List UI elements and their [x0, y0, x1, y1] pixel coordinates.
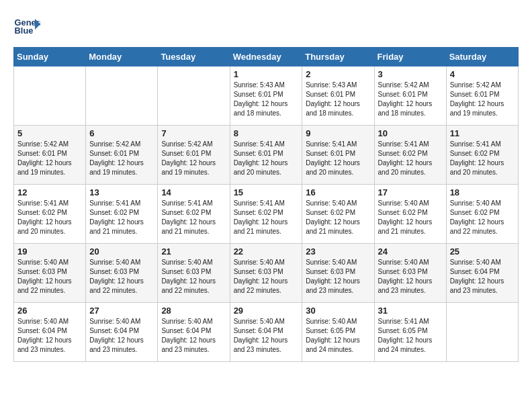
day-info: Sunrise: 5:40 AM Sunset: 6:05 PM Dayligh… [306, 317, 370, 355]
calendar-cell: 8Sunrise: 5:41 AM Sunset: 6:01 PM Daylig… [230, 126, 302, 185]
calendar-table: SundayMondayTuesdayWednesdayThursdayFrid… [13, 47, 519, 362]
day-number: 8 [234, 128, 299, 138]
day-number: 30 [306, 306, 370, 316]
calendar-cell: 16Sunrise: 5:40 AM Sunset: 6:02 PM Dayli… [302, 185, 374, 244]
day-info: Sunrise: 5:41 AM Sunset: 6:01 PM Dayligh… [306, 140, 370, 177]
weekday-header-sunday: Sunday [14, 48, 86, 66]
logo-icon: General Blue [13, 13, 40, 40]
calendar-cell: 21Sunrise: 5:40 AM Sunset: 6:03 PM Dayli… [158, 244, 230, 303]
day-number: 16 [306, 187, 370, 197]
weekday-header-monday: Monday [86, 48, 158, 66]
day-number: 23 [306, 246, 370, 257]
day-number: 15 [234, 187, 299, 197]
day-info: Sunrise: 5:40 AM Sunset: 6:03 PM Dayligh… [234, 258, 299, 295]
calendar-cell: 30Sunrise: 5:40 AM Sunset: 6:05 PM Dayli… [302, 303, 374, 362]
calendar-cell: 6Sunrise: 5:42 AM Sunset: 6:01 PM Daylig… [86, 126, 158, 185]
day-info: Sunrise: 5:42 AM Sunset: 6:01 PM Dayligh… [378, 81, 443, 118]
day-info: Sunrise: 5:40 AM Sunset: 6:04 PM Dayligh… [234, 317, 299, 355]
svg-text:Blue: Blue [15, 26, 34, 36]
calendar-cell: 3Sunrise: 5:42 AM Sunset: 6:01 PM Daylig… [374, 66, 446, 126]
day-info: Sunrise: 5:42 AM Sunset: 6:01 PM Dayligh… [450, 81, 515, 118]
day-number: 24 [378, 246, 443, 257]
day-number: 19 [17, 246, 82, 257]
calendar-cell: 9Sunrise: 5:41 AM Sunset: 6:01 PM Daylig… [302, 126, 374, 185]
day-number: 28 [161, 306, 226, 316]
day-number: 27 [89, 306, 154, 316]
day-number: 3 [378, 69, 443, 79]
calendar-cell: 24Sunrise: 5:40 AM Sunset: 6:03 PM Dayli… [374, 244, 446, 303]
calendar-cell: 26Sunrise: 5:40 AM Sunset: 6:04 PM Dayli… [14, 303, 86, 362]
day-number: 1 [234, 69, 299, 79]
day-info: Sunrise: 5:40 AM Sunset: 6:03 PM Dayligh… [161, 258, 226, 295]
day-info: Sunrise: 5:41 AM Sunset: 6:02 PM Dayligh… [17, 199, 82, 236]
day-number: 21 [161, 246, 226, 257]
day-info: Sunrise: 5:41 AM Sunset: 6:02 PM Dayligh… [89, 199, 154, 236]
weekday-header-friday: Friday [374, 48, 446, 66]
day-info: Sunrise: 5:42 AM Sunset: 6:01 PM Dayligh… [17, 140, 82, 177]
day-info: Sunrise: 5:40 AM Sunset: 6:04 PM Dayligh… [161, 317, 226, 355]
day-info: Sunrise: 5:40 AM Sunset: 6:02 PM Dayligh… [306, 199, 370, 236]
calendar-cell [14, 66, 86, 126]
day-number: 11 [450, 128, 515, 138]
calendar-cell: 17Sunrise: 5:40 AM Sunset: 6:02 PM Dayli… [374, 185, 446, 244]
day-number: 6 [89, 128, 154, 138]
day-info: Sunrise: 5:40 AM Sunset: 6:03 PM Dayligh… [17, 258, 82, 295]
calendar-cell: 28Sunrise: 5:40 AM Sunset: 6:04 PM Dayli… [158, 303, 230, 362]
weekday-header-wednesday: Wednesday [230, 48, 302, 66]
page-header: General Blue [13, 13, 519, 40]
day-info: Sunrise: 5:40 AM Sunset: 6:04 PM Dayligh… [450, 258, 515, 295]
day-info: Sunrise: 5:43 AM Sunset: 6:01 PM Dayligh… [234, 81, 299, 118]
calendar-cell: 7Sunrise: 5:42 AM Sunset: 6:01 PM Daylig… [158, 126, 230, 185]
day-number: 13 [89, 187, 154, 197]
calendar-cell: 27Sunrise: 5:40 AM Sunset: 6:04 PM Dayli… [86, 303, 158, 362]
day-number: 17 [378, 187, 443, 197]
day-info: Sunrise: 5:41 AM Sunset: 6:02 PM Dayligh… [234, 199, 299, 236]
calendar-week-row: 12Sunrise: 5:41 AM Sunset: 6:02 PM Dayli… [14, 185, 519, 244]
calendar-cell: 15Sunrise: 5:41 AM Sunset: 6:02 PM Dayli… [230, 185, 302, 244]
day-number: 14 [161, 187, 226, 197]
calendar-cell: 31Sunrise: 5:41 AM Sunset: 6:05 PM Dayli… [374, 303, 446, 362]
calendar-cell [158, 66, 230, 126]
weekday-header-saturday: Saturday [446, 48, 518, 66]
day-info: Sunrise: 5:40 AM Sunset: 6:03 PM Dayligh… [306, 258, 370, 295]
weekday-header-tuesday: Tuesday [158, 48, 230, 66]
day-info: Sunrise: 5:41 AM Sunset: 6:05 PM Dayligh… [378, 317, 443, 355]
calendar-cell: 29Sunrise: 5:40 AM Sunset: 6:04 PM Dayli… [230, 303, 302, 362]
calendar-cell: 19Sunrise: 5:40 AM Sunset: 6:03 PM Dayli… [14, 244, 86, 303]
day-number: 22 [234, 246, 299, 257]
calendar-week-row: 5Sunrise: 5:42 AM Sunset: 6:01 PM Daylig… [14, 126, 519, 185]
day-number: 2 [306, 69, 370, 79]
day-info: Sunrise: 5:40 AM Sunset: 6:04 PM Dayligh… [89, 317, 154, 355]
day-number: 25 [450, 246, 515, 257]
day-info: Sunrise: 5:41 AM Sunset: 6:02 PM Dayligh… [378, 140, 443, 177]
day-number: 26 [17, 306, 82, 316]
calendar-cell: 11Sunrise: 5:41 AM Sunset: 6:02 PM Dayli… [446, 126, 518, 185]
day-number: 29 [234, 306, 299, 316]
day-number: 7 [161, 128, 226, 138]
weekday-header-row: SundayMondayTuesdayWednesdayThursdayFrid… [14, 48, 519, 66]
day-info: Sunrise: 5:41 AM Sunset: 6:02 PM Dayligh… [161, 199, 226, 236]
calendar-week-row: 19Sunrise: 5:40 AM Sunset: 6:03 PM Dayli… [14, 244, 519, 303]
calendar-cell: 18Sunrise: 5:40 AM Sunset: 6:02 PM Dayli… [446, 185, 518, 244]
day-info: Sunrise: 5:41 AM Sunset: 6:01 PM Dayligh… [234, 140, 299, 177]
day-info: Sunrise: 5:40 AM Sunset: 6:02 PM Dayligh… [378, 199, 443, 236]
day-number: 20 [89, 246, 154, 257]
day-info: Sunrise: 5:40 AM Sunset: 6:03 PM Dayligh… [378, 258, 443, 295]
day-info: Sunrise: 5:42 AM Sunset: 6:01 PM Dayligh… [89, 140, 154, 177]
calendar-cell: 25Sunrise: 5:40 AM Sunset: 6:04 PM Dayli… [446, 244, 518, 303]
logo: General Blue [13, 13, 44, 40]
calendar-cell: 22Sunrise: 5:40 AM Sunset: 6:03 PM Dayli… [230, 244, 302, 303]
day-number: 4 [450, 69, 515, 79]
weekday-header-thursday: Thursday [302, 48, 374, 66]
day-number: 9 [306, 128, 370, 138]
calendar-cell: 20Sunrise: 5:40 AM Sunset: 6:03 PM Dayli… [86, 244, 158, 303]
calendar-cell: 10Sunrise: 5:41 AM Sunset: 6:02 PM Dayli… [374, 126, 446, 185]
day-info: Sunrise: 5:43 AM Sunset: 6:01 PM Dayligh… [306, 81, 370, 118]
calendar-cell: 2Sunrise: 5:43 AM Sunset: 6:01 PM Daylig… [302, 66, 374, 126]
calendar-week-row: 26Sunrise: 5:40 AM Sunset: 6:04 PM Dayli… [14, 303, 519, 362]
calendar-week-row: 1Sunrise: 5:43 AM Sunset: 6:01 PM Daylig… [14, 66, 519, 126]
calendar-cell: 13Sunrise: 5:41 AM Sunset: 6:02 PM Dayli… [86, 185, 158, 244]
day-info: Sunrise: 5:41 AM Sunset: 6:02 PM Dayligh… [450, 140, 515, 177]
day-number: 18 [450, 187, 515, 197]
calendar-cell: 1Sunrise: 5:43 AM Sunset: 6:01 PM Daylig… [230, 66, 302, 126]
